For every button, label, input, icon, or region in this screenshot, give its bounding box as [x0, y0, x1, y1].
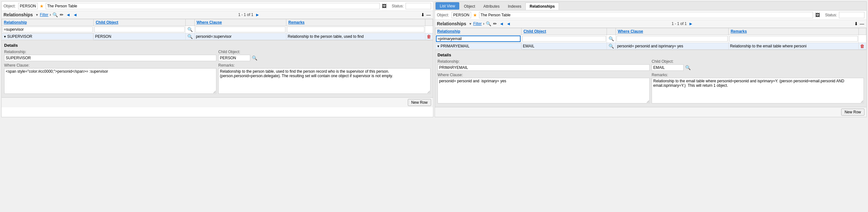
search-icon-right[interactable]: 🔍	[486, 21, 492, 26]
child-label-right: Child Object:	[652, 59, 864, 64]
rel-name-right: PRIMARYEMAIL	[440, 44, 469, 48]
object-row-left: Object: PERSON ★ 🖼 Status:	[2, 2, 433, 11]
next2-btn-right[interactable]: ►	[688, 21, 694, 26]
where-field-right: Where Clause: personid= personid and isp…	[437, 73, 650, 104]
details-title-right: Details	[437, 53, 864, 57]
rel-input-right[interactable]	[437, 64, 650, 71]
right-panel: List View Object Attributes Indexes Rela…	[435, 1, 867, 117]
child-field-right: Child Object: 🔍	[652, 59, 864, 71]
status-label-right: Status:	[825, 13, 837, 17]
filter-child-left[interactable]	[94, 27, 184, 32]
remarks-field-left: Remarks: Relationship to the person tabl…	[218, 63, 431, 95]
image-icon-left[interactable]: 🖼	[381, 3, 387, 9]
filter-remarks-right[interactable]	[729, 36, 858, 42]
filter-remarks-left[interactable]	[287, 27, 425, 32]
remarks-label-left: Remarks:	[218, 63, 431, 68]
object-row-right: Object: PERSON ★ 🖼 Status:	[435, 10, 866, 20]
col-remarks-right[interactable]: Remarks	[728, 28, 859, 35]
tab-list-view[interactable]: List View	[436, 2, 459, 9]
remarks-left: Relationship to the person table, used t…	[288, 34, 364, 39]
star-icon-left: ★	[40, 3, 44, 9]
rel-field-right: Relationship:	[437, 59, 650, 71]
status-label-left: Status:	[392, 4, 404, 8]
remarks-textarea-right[interactable]: Relationship to the email table where pe…	[652, 78, 864, 103]
prev-btn-left[interactable]: ◄	[65, 12, 71, 17]
filter-link-left[interactable]: Filter	[40, 12, 49, 17]
pagination-right: 1 - 1 of 1	[672, 22, 686, 26]
object-label-left: Object:	[3, 4, 16, 8]
filter-where-left[interactable]	[195, 27, 285, 32]
image-icon-right[interactable]: 🖼	[815, 12, 820, 18]
delete-btn-right[interactable]: 🗑	[860, 44, 865, 49]
star-icon-right: ★	[473, 12, 477, 18]
rel-label-right: Relationship:	[437, 59, 650, 64]
remarks-right: Relationship to the email table where pe…	[730, 44, 806, 48]
status-input-right[interactable]	[839, 12, 865, 18]
col-relationship-left[interactable]: Relationship	[2, 19, 94, 26]
filter-search-icon-right[interactable]: 🔍	[608, 36, 614, 41]
col-where-clause-right[interactable]: Where Clause	[616, 28, 728, 35]
where-textarea-left[interactable]: <span style="color:#cc0000;">personid</s…	[4, 68, 216, 94]
col-where-clause-left[interactable]: Where Clause	[194, 19, 286, 26]
col-relationship-right[interactable]: Relationship	[435, 28, 522, 35]
filter-link-right[interactable]: Filter	[473, 22, 482, 26]
expand-btn-left[interactable]: ▼	[3, 35, 7, 38]
rel-field-left: Relationship:	[4, 50, 216, 61]
section-title-right: Relationships	[437, 21, 466, 26]
section-header-right: Relationships ▼ Filter › 🔍 ✏ ◄ ◄ 1 - 1 o…	[435, 20, 866, 28]
col-child-object-left[interactable]: Child Object	[94, 19, 185, 26]
child-input-right[interactable]	[652, 64, 684, 71]
details-section-left: Details Relationship: Child Object: 🔍 Wh…	[2, 40, 433, 97]
filter-relationship-left[interactable]	[3, 27, 93, 32]
filter-dropdown-icon-left: ▼	[35, 13, 39, 17]
child-input-left[interactable]	[218, 55, 250, 61]
next2-btn-left[interactable]: ►	[255, 12, 260, 17]
search-icon-left[interactable]: 🔍	[52, 12, 58, 17]
child-search-icon-left[interactable]: 🔍	[251, 55, 257, 60]
tab-object[interactable]: Object	[460, 3, 479, 10]
table-container-left: Relationship Child Object Where Clause R…	[2, 19, 433, 40]
table-row-right: ▼ PRIMARYEMAIL EMAIL 🔍 personid= personi…	[435, 43, 866, 50]
tabs-bar-right: List View Object Attributes Indexes Rela…	[435, 2, 866, 10]
where-clause-right: personid= personid and isprimary= yes	[617, 44, 683, 48]
delete-btn-left[interactable]: 🗑	[427, 34, 431, 39]
child-search-icon-right[interactable]: 🔍	[685, 65, 691, 70]
prev-btn-right[interactable]: ◄	[499, 21, 504, 26]
row-search-icon-right[interactable]: 🔍	[608, 44, 614, 49]
left-panel: Object: PERSON ★ 🖼 Status: Relationships…	[1, 1, 433, 117]
where-label-right: Where Clause:	[437, 73, 650, 77]
new-row-btn-left[interactable]: New Row	[408, 99, 431, 106]
minimize-icon-left[interactable]: —	[426, 12, 431, 17]
rel-input-left[interactable]	[4, 55, 216, 61]
tab-indexes[interactable]: Indexes	[504, 3, 525, 10]
download-icon-left[interactable]: ⬇	[421, 12, 425, 17]
expand-btn-right[interactable]: ▼	[437, 45, 440, 48]
pencil-icon-left[interactable]: ✏	[59, 12, 64, 17]
filter-search-icon-left[interactable]: 🔍	[187, 27, 193, 32]
download-icon-right[interactable]: ⬇	[854, 21, 859, 26]
object-name-input-right[interactable]	[479, 12, 813, 18]
tab-relationships[interactable]: Relationships	[525, 3, 559, 10]
child-obj-left: PERSON	[95, 34, 111, 39]
minimize-icon-right[interactable]: —	[859, 21, 865, 26]
tab-attributes[interactable]: Attributes	[479, 3, 504, 10]
next-btn-left[interactable]: ◄	[72, 12, 78, 17]
filter-child-right[interactable]	[522, 36, 606, 42]
new-row-btn-right[interactable]: New Row	[841, 109, 865, 115]
remarks-textarea-left[interactable]: Relationship to the person table, used t…	[218, 68, 431, 94]
filter-row-right: 🔍	[435, 35, 866, 43]
col-child-object-right[interactable]: Child Object	[522, 28, 607, 35]
filter-relationship-right[interactable]	[436, 35, 521, 42]
pagination-left: 1 - 1 of 1	[238, 12, 253, 17]
next-btn-right[interactable]: ◄	[505, 21, 512, 26]
section-title-left: Relationships	[3, 12, 33, 17]
where-textarea-right[interactable]: personid= personid and isprimary= yes	[437, 78, 650, 103]
row-search-icon-left[interactable]: 🔍	[187, 34, 193, 39]
pencil-icon-right[interactable]: ✏	[493, 21, 497, 26]
where-clause-left: personid=:supervisor	[196, 34, 232, 39]
filter-where-right[interactable]	[617, 36, 728, 42]
relationships-table-right: Relationship Child Object Where Clause R…	[435, 28, 866, 50]
status-input-left[interactable]	[406, 3, 431, 9]
object-name-input-left[interactable]	[46, 3, 380, 9]
col-remarks-left[interactable]: Remarks	[286, 19, 425, 26]
